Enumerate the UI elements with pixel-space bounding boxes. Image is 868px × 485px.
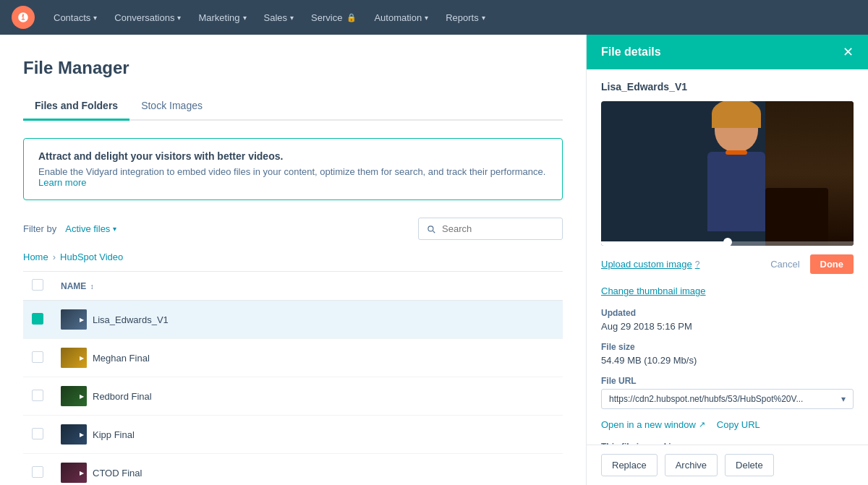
- help-icon: ?: [695, 259, 700, 270]
- file-thumbnail-3: [61, 386, 87, 406]
- person-image: [693, 105, 780, 242]
- page-title: File Manager: [23, 58, 563, 78]
- replace-button[interactable]: Replace: [601, 454, 658, 476]
- breadcrumb: Home › HubSpot Video: [23, 252, 563, 262]
- updated-value: Aug 29 2018 5:16 PM: [601, 321, 854, 332]
- chevron-down-icon: ▾: [177, 14, 181, 22]
- filesize-value: 54.49 MB (10.29 Mb/s): [601, 355, 854, 366]
- thumbnail-progress-handle[interactable]: [723, 238, 732, 246]
- chevron-down-icon: ▾: [243, 14, 247, 22]
- nav-automation[interactable]: Automation ▾: [367, 9, 435, 26]
- chevron-down-icon: ▾: [290, 14, 294, 22]
- thumbnail-progress-bar[interactable]: [601, 241, 854, 246]
- done-button[interactable]: Done: [810, 254, 854, 274]
- breadcrumb-separator: ›: [53, 252, 56, 262]
- nav-reports[interactable]: Reports ▾: [438, 9, 493, 26]
- file-thumbnail-4: [61, 424, 87, 445]
- updated-section: Updated Aug 29 2018 5:16 PM: [601, 308, 854, 332]
- file-name-text-5: CTOD Final: [93, 468, 142, 478]
- person-head: [715, 105, 758, 152]
- nav-contacts[interactable]: Contacts ▾: [46, 9, 104, 26]
- left-panel: File Manager Files and Folders Stock Ima…: [0, 35, 586, 485]
- banner-title: Attract and delight your visitors with b…: [38, 150, 548, 162]
- file-name-text-2: Meghan Final: [93, 353, 150, 364]
- fileurl-label: File URL: [601, 376, 854, 386]
- file-name-text-4: Kipp Final: [93, 429, 135, 440]
- upload-row: Upload custom image ? Cancel Done: [601, 254, 854, 274]
- filesize-section: File size 54.49 MB (10.29 Mb/s): [601, 342, 854, 366]
- action-buttons: Cancel Done: [763, 254, 854, 274]
- thumbnail-preview: [601, 101, 854, 246]
- file-details-panel: File details ✕ Lisa_Edwards_V1: [586, 35, 868, 485]
- person-necklace: [726, 150, 747, 155]
- tab-files-and-folders[interactable]: Files and Folders: [23, 93, 129, 121]
- file-thumbnail-1: [61, 309, 87, 330]
- file-name-cell-4: Kipp Final: [61, 424, 554, 445]
- change-thumbnail-link[interactable]: Change thumbnail image: [601, 286, 854, 296]
- nav-service[interactable]: Service 🔒: [304, 9, 364, 26]
- breadcrumb-current[interactable]: HubSpot Video: [60, 252, 123, 262]
- sort-icon[interactable]: ↕: [90, 283, 94, 291]
- panel-footer: Replace Archive Delete: [587, 445, 868, 485]
- chevron-down-icon: ▾: [425, 14, 428, 22]
- file-name-cell-5: CTOD Final: [61, 463, 554, 483]
- nav-conversations[interactable]: Conversations ▾: [107, 9, 188, 26]
- chevron-down-icon[interactable]: ▾: [841, 394, 846, 404]
- file-table: NAME ↕ Lisa_Edwa: [23, 271, 563, 485]
- search-input[interactable]: [418, 218, 563, 240]
- table-header-checkbox: [23, 272, 52, 301]
- nav-sales[interactable]: Sales ▾: [257, 9, 302, 26]
- search-wrapper: [418, 218, 563, 240]
- select-all-checkbox[interactable]: [32, 279, 43, 291]
- external-link-icon: ↗: [699, 420, 705, 429]
- file-name-text-1: Lisa_Edwards_V1: [93, 314, 169, 325]
- table-row[interactable]: Kipp Final: [23, 416, 563, 454]
- person-body: [707, 152, 765, 231]
- panel-filename: Lisa_Edwards_V1: [601, 81, 854, 93]
- chevron-down-icon: ▾: [113, 225, 116, 233]
- cancel-button[interactable]: Cancel: [763, 254, 807, 274]
- row-checkbox-5[interactable]: [32, 466, 43, 478]
- tab-bar: Files and Folders Stock Images: [23, 93, 563, 121]
- thumbnail-progress-fill: [601, 241, 728, 246]
- top-navigation: Contacts ▾ Conversations ▾ Marketing ▾ S…: [0, 0, 868, 35]
- table-row[interactable]: CTOD Final: [23, 454, 563, 486]
- delete-button[interactable]: Delete: [725, 454, 774, 476]
- banner-learn-more-link[interactable]: Learn more: [38, 177, 86, 188]
- info-banner: Attract and delight your visitors with b…: [23, 138, 563, 200]
- breadcrumb-home[interactable]: Home: [23, 252, 48, 262]
- chevron-down-icon: ▾: [482, 14, 485, 22]
- open-new-window-link[interactable]: Open in a new window ↗: [601, 419, 705, 430]
- panel-body: Lisa_Edwards_V1: [587, 69, 868, 445]
- chevron-down-icon: ▾: [93, 14, 97, 22]
- row-checkbox-4[interactable]: [32, 428, 43, 439]
- person-hair: [712, 101, 761, 128]
- link-row: Open in a new window ↗ Copy URL: [601, 419, 854, 430]
- filter-dropdown[interactable]: Active files ▾: [65, 223, 116, 234]
- file-url-row[interactable]: https://cdn2.hubspot.net/hubfs/53/HubSpo…: [601, 389, 854, 409]
- filter-label: Filter by: [23, 223, 56, 234]
- filesize-label: File size: [601, 342, 854, 352]
- row-checkbox-1[interactable]: [32, 313, 43, 325]
- close-button[interactable]: ✕: [843, 46, 854, 59]
- upload-custom-image-link[interactable]: Upload custom image ?: [601, 259, 699, 270]
- updated-label: Updated: [601, 308, 854, 318]
- file-name-cell-2: Meghan Final: [61, 348, 554, 368]
- row-checkbox-3[interactable]: [32, 390, 43, 401]
- archive-button[interactable]: Archive: [665, 454, 718, 476]
- upload-link-group: Upload custom image ?: [601, 259, 699, 270]
- panel-header: File details ✕: [587, 35, 868, 69]
- nav-marketing[interactable]: Marketing ▾: [191, 9, 253, 26]
- table-row[interactable]: Meghan Final: [23, 339, 563, 377]
- tab-stock-images[interactable]: Stock Images: [129, 93, 214, 121]
- table-row[interactable]: Redbord Final: [23, 377, 563, 416]
- row-checkbox-2[interactable]: [32, 351, 43, 363]
- file-thumbnail-5: [61, 463, 87, 483]
- file-thumbnail-2: [61, 348, 87, 368]
- copy-url-link[interactable]: Copy URL: [717, 419, 760, 430]
- fileurl-section: File URL https://cdn2.hubspot.net/hubfs/…: [601, 376, 854, 409]
- file-url-text: https://cdn2.hubspot.net/hubfs/53/HubSpo…: [609, 394, 837, 404]
- table-row[interactable]: Lisa_Edwards_V1: [23, 301, 563, 339]
- hubspot-logo[interactable]: [12, 6, 35, 29]
- file-name-cell-3: Redbord Final: [61, 386, 554, 406]
